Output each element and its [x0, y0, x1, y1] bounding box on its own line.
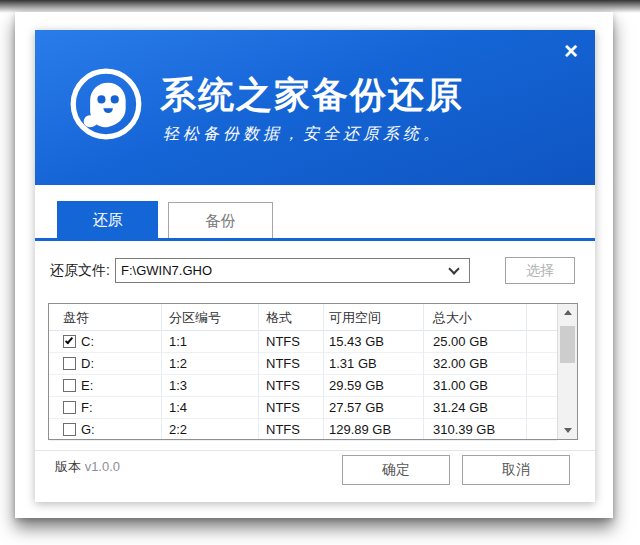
cancel-button[interactable]: 取消	[462, 455, 570, 485]
screenshot-canvas: × 系统之家备份还原 轻松备份数据，安全还原系统。 还原 备份 还原文件:	[0, 0, 640, 545]
app-header: × 系统之家备份还原 轻松备份数据，安全还原系统。	[35, 30, 595, 185]
table-row[interactable]: D: 1:2 NTFS 1.31 GB 32.00 GB	[49, 353, 557, 375]
table-row[interactable]: G: 2:2 NTFS 129.89 GB 310.39 GB	[49, 419, 557, 441]
column-divider	[526, 304, 527, 439]
col-header-free-space: 可用空间	[329, 304, 381, 331]
cell-free-space: 1.31 GB	[329, 353, 377, 375]
partition-table: 盘符 分区编号 格式 可用空间 总大小 C: 1:1 NTFS 15.43 GB…	[48, 303, 578, 440]
cell-format: NTFS	[266, 397, 300, 419]
cell-drive: F:	[81, 397, 93, 419]
cell-format: NTFS	[266, 375, 300, 397]
cell-total-size: 32.00 GB	[433, 353, 488, 375]
cell-free-space: 27.57 GB	[329, 397, 384, 419]
cell-drive: G:	[81, 419, 95, 441]
scroll-up-button[interactable]	[558, 304, 577, 321]
cell-partition: 1:4	[169, 397, 187, 419]
cell-drive: D:	[81, 353, 94, 375]
cell-free-space: 15.43 GB	[329, 331, 384, 353]
col-header-drive: 盘符	[63, 304, 89, 331]
col-header-partition: 分区编号	[169, 304, 221, 331]
row-checkbox[interactable]	[63, 357, 76, 370]
version-label: 版本	[55, 459, 81, 474]
select-button[interactable]: 选择	[505, 257, 575, 284]
arrow-up-icon	[564, 310, 572, 315]
cell-drive: E:	[81, 375, 93, 397]
ok-button[interactable]: 确定	[342, 455, 450, 485]
close-icon[interactable]: ×	[557, 38, 585, 66]
tab-backup[interactable]: 备份	[168, 202, 273, 239]
arrow-down-icon	[564, 428, 572, 433]
cell-format: NTFS	[266, 331, 300, 353]
version-text: 版本 v1.0.0	[55, 458, 120, 476]
restore-file-label: 还原文件:	[50, 258, 110, 283]
col-header-format: 格式	[266, 304, 292, 331]
chevron-down-icon[interactable]	[448, 263, 459, 274]
cell-partition: 1:2	[169, 353, 187, 375]
table-scrollbar[interactable]	[557, 304, 577, 439]
row-checkbox[interactable]	[63, 335, 76, 348]
restore-file-value: F:\GWIN7.GHO	[121, 259, 212, 282]
table-row[interactable]: C: 1:1 NTFS 15.43 GB 25.00 GB	[49, 331, 557, 353]
row-checkbox[interactable]	[63, 379, 76, 392]
cell-total-size: 25.00 GB	[433, 331, 488, 353]
restore-file-combobox[interactable]: F:\GWIN7.GHO	[115, 258, 470, 283]
row-checkbox[interactable]	[63, 401, 76, 414]
cell-format: NTFS	[266, 419, 300, 441]
cell-partition: 1:3	[169, 375, 187, 397]
tab-underline	[35, 238, 595, 241]
check-icon	[65, 336, 73, 345]
cell-partition: 1:1	[169, 331, 187, 353]
column-divider	[258, 304, 259, 439]
app-title: 系统之家备份还原	[160, 71, 464, 120]
cell-drive: C:	[81, 331, 94, 353]
cell-format: NTFS	[266, 353, 300, 375]
col-header-total-size: 总大小	[433, 304, 472, 331]
scrollbar-thumb[interactable]	[560, 326, 575, 363]
footer-divider	[35, 450, 595, 451]
cell-total-size: 31.24 GB	[433, 397, 488, 419]
version-number: v1.0.0	[85, 459, 120, 474]
scroll-down-button[interactable]	[558, 422, 577, 439]
row-checkbox[interactable]	[63, 423, 76, 436]
app-window: × 系统之家备份还原 轻松备份数据，安全还原系统。 还原 备份 还原文件:	[35, 30, 595, 502]
tab-restore[interactable]: 还原	[57, 201, 158, 238]
cell-free-space: 129.89 GB	[329, 419, 391, 441]
table-row[interactable]: F: 1:4 NTFS 27.57 GB 31.24 GB	[49, 397, 557, 419]
cell-partition: 2:2	[169, 419, 187, 441]
app-subtitle: 轻松备份数据，安全还原系统。	[163, 124, 443, 145]
cell-free-space: 29.59 GB	[329, 375, 384, 397]
page-sheet: × 系统之家备份还原 轻松备份数据，安全还原系统。 还原 备份 还原文件:	[15, 12, 613, 518]
table-header: 盘符 分区编号 格式 可用空间 总大小	[49, 304, 557, 331]
column-divider	[423, 304, 424, 439]
table-row[interactable]: E: 1:3 NTFS 29.59 GB 31.00 GB	[49, 375, 557, 397]
cell-total-size: 310.39 GB	[433, 419, 495, 441]
column-divider	[161, 304, 162, 439]
column-divider	[323, 304, 324, 439]
cell-total-size: 31.00 GB	[433, 375, 488, 397]
table-body: C: 1:1 NTFS 15.43 GB 25.00 GB D: 1:2 NTF…	[49, 331, 557, 441]
ghost-logo-icon	[68, 66, 144, 142]
